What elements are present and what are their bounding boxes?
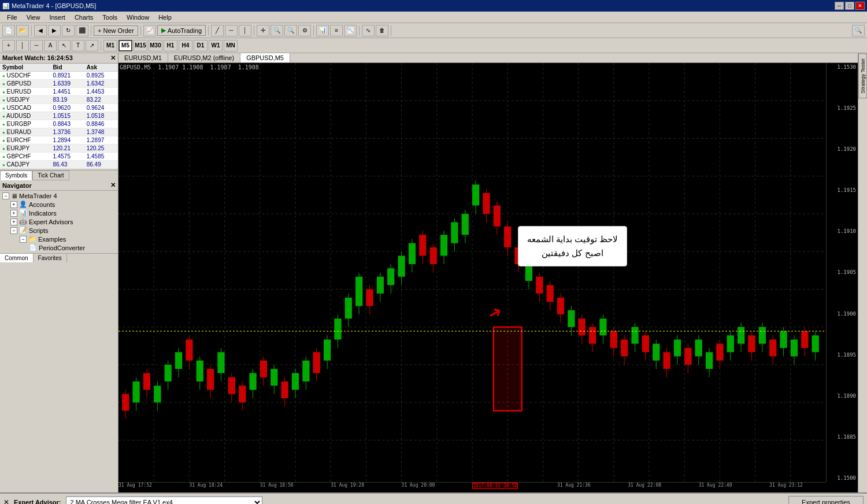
nav-item-period-converter[interactable]: 📄 PeriodConverter [1,243,117,252]
crosshair-tool[interactable]: ✛ [257,25,269,36]
a-btn[interactable]: A [44,40,57,51]
hz-line-tool[interactable]: ─ [225,25,238,36]
zoom-out-btn[interactable]: 🔍 [284,25,297,36]
bar-btn[interactable]: ≡ [330,25,343,36]
tab-symbols[interactable]: Symbols [0,171,32,180]
market-watch-row[interactable]: ● EURGBP 0.8843 0.8846 [0,120,118,128]
stop-button[interactable]: ⬛ [76,25,88,36]
market-watch-row[interactable]: ● EURUSD 1.4451 1.4453 [0,88,118,96]
arrow-btn[interactable]: ↗ [86,40,98,51]
examples-expand-icon[interactable]: − [20,236,27,243]
nav-item-ea[interactable]: + 🤖 Expert Advisors [1,217,117,226]
candle-btn[interactable]: 📊 [316,25,329,36]
svg-rect-37 [154,386,161,402]
svg-rect-157 [791,340,798,357]
chart-zoom-in[interactable]: 📈 [143,25,156,36]
period-m30[interactable]: M30 [149,40,162,51]
line-tool[interactable]: ╱ [211,25,224,36]
chart-canvas[interactable]: GBPUSD,M5 1.1907 1.1908 1.1907 1.1908 1.… [118,63,858,492]
market-watch-row[interactable]: ● AUDUSD 1.0515 1.0518 [0,112,118,120]
forward-button[interactable]: ▶ [48,25,61,36]
prop-btn[interactable]: ⚙ [298,25,311,36]
nav-item-indicators[interactable]: + 📊 Indicators [1,209,117,217]
market-watch-row[interactable]: ● USDCAD 0.9620 0.9624 [0,104,118,112]
nav-item-examples[interactable]: − 📁 Examples [1,235,117,243]
new-order-button[interactable]: + New Order [94,25,138,36]
mw-ask: 0.8846 [84,120,118,128]
mw-bid: 0.9620 [50,104,84,112]
nav-root[interactable]: − 🖥 MetaTrader 4 [1,192,117,200]
cursor-btn[interactable]: ↖ [58,40,71,51]
period-m1[interactable]: M1 [103,40,117,51]
root-expand-icon[interactable]: − [2,192,9,199]
autotrading-button[interactable]: ▶ AutoTrading [157,25,206,36]
nav-item-scripts[interactable]: − 📝 Scripts [1,226,117,235]
period-d1[interactable]: D1 [194,40,208,51]
menu-view[interactable]: View [22,13,45,22]
tab-common[interactable]: Common [0,254,34,262]
line-btn2[interactable]: │ [16,40,29,51]
col-symbol: Symbol [0,64,50,72]
menu-tools[interactable]: Tools [98,13,122,22]
st-close-icon[interactable]: ✕ [3,498,9,504]
market-watch-row[interactable]: ● EURAUD 1.3736 1.3748 [0,128,118,136]
svg-rect-39 [165,365,172,381]
text-btn[interactable]: T [72,40,84,51]
minimize-button[interactable]: ─ [835,2,844,10]
menu-window[interactable]: Window [122,13,154,22]
nav-close-icon[interactable]: ✕ [110,181,116,189]
market-watch-row[interactable]: ● USDCHF 0.8921 0.8925 [0,72,118,80]
expert-properties-button[interactable]: Expert properties [788,496,864,504]
market-watch-tabs: Symbols Tick Chart [0,170,118,180]
svg-rect-91 [440,235,447,255]
market-watch-row[interactable]: ● USDJPY 83.19 83.22 [0,96,118,104]
menu-charts[interactable]: Charts [70,13,98,22]
separator-btn[interactable]: ─ [30,40,43,51]
period-mn[interactable]: MN [224,40,238,51]
market-watch-row[interactable]: ● GBPCHF 1.4575 1.4585 [0,153,118,161]
scripts-expand-icon[interactable]: − [10,227,17,234]
nav-item-accounts[interactable]: + 👤 Accounts [1,200,117,209]
period-m15[interactable]: M15 [134,40,147,51]
line-chart-btn[interactable]: 📉 [344,25,357,36]
chart-tab-eurusd-m1[interactable]: EURUSD,M1 [118,53,168,62]
autotrading-icon: ▶ [161,27,166,34]
market-watch-row[interactable]: ● GBPUSD 1.6339 1.6342 [0,80,118,88]
tab-tick-chart[interactable]: Tick Chart [32,171,69,180]
refresh-button[interactable]: ↻ [62,25,75,36]
accounts-expand-icon[interactable]: + [10,201,17,208]
market-watch-row[interactable]: ● EURJPY 120.21 120.25 [0,144,118,153]
maximize-button[interactable]: □ [845,2,854,10]
mw-symbol: ● USDCHF [0,72,50,80]
close-button[interactable]: ✕ [855,2,865,10]
search-icon[interactable]: 🔍 [852,25,865,36]
open-button[interactable]: 📂 [16,25,29,36]
period-h1[interactable]: H1 [164,40,177,51]
chart-tab-gbpusd-m5[interactable]: GBPUSD,M5 [240,53,290,62]
ea-expand-icon[interactable]: + [10,218,17,225]
period-h4[interactable]: H4 [179,40,192,51]
tab-favorites[interactable]: Favorites [34,254,67,262]
strategy-tester-vtab[interactable]: Strategy Tester [858,53,867,98]
indicators-expand-icon[interactable]: + [10,210,17,217]
mw-close-icon[interactable]: ✕ [110,54,116,62]
time-label-5: 31 Aug 20:00 [402,483,435,488]
market-watch-row[interactable]: ● CADJPY 86.43 86.49 [0,161,118,169]
back-button[interactable]: ◀ [34,25,47,36]
ea-dropdown[interactable]: 2 MA Crosses Mega filter EA V1.ex4 [66,496,262,504]
svg-rect-133 [663,352,670,369]
zoom-in-btn[interactable]: 🔍 [271,25,283,36]
menu-insert[interactable]: Insert [45,13,70,22]
crosshair-btn2[interactable]: + [2,40,15,51]
menu-file[interactable]: File [2,13,22,22]
indicators-btn[interactable]: ∿ [362,25,375,36]
chart-highlight-box [494,327,522,411]
vt-line-tool[interactable]: │ [239,25,251,36]
market-watch-row[interactable]: ● EURCHF 1.2894 1.2897 [0,136,118,144]
menu-help[interactable]: Help [154,13,176,22]
period-m5[interactable]: M5 [118,40,132,51]
chart-tab-eurusd-m2[interactable]: EURUSD,M2 (offline) [168,53,240,62]
new-button[interactable]: 📄 [2,25,15,36]
delete-btn[interactable]: 🗑 [376,25,388,36]
period-w1[interactable]: W1 [209,40,223,51]
